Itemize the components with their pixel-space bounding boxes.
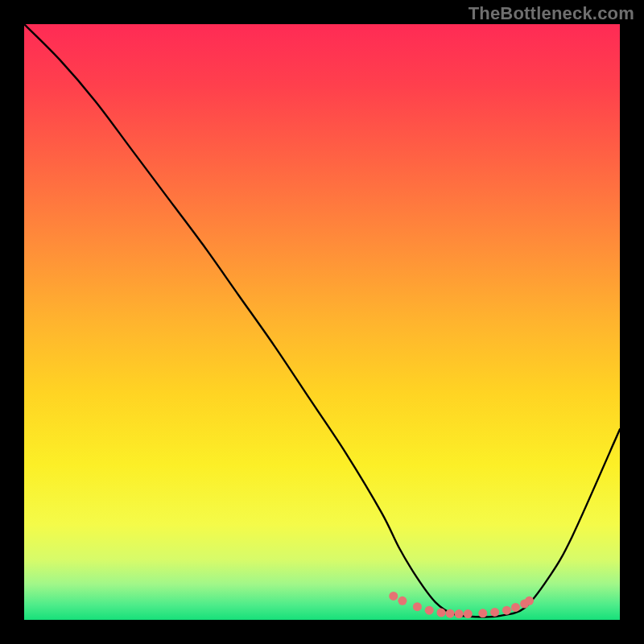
marker-dot — [398, 597, 407, 605]
watermark-text: TheBottleneck.com — [469, 3, 634, 24]
marker-dot — [478, 609, 487, 617]
marker-dot — [437, 609, 446, 617]
marker-dot — [502, 606, 511, 615]
marker-dot — [464, 609, 473, 618]
plot-area — [24, 24, 620, 620]
marker-dot — [525, 597, 534, 605]
chart-frame: TheBottleneck.com — [0, 0, 644, 644]
marker-dot — [511, 603, 520, 612]
plot-svg — [24, 24, 620, 620]
marker-dot — [413, 602, 422, 611]
marker-dot — [425, 606, 434, 615]
marker-dot — [490, 608, 499, 617]
marker-dot — [389, 592, 398, 601]
marker-dot — [446, 609, 455, 618]
gradient-background — [24, 24, 620, 620]
marker-dot — [455, 609, 464, 618]
